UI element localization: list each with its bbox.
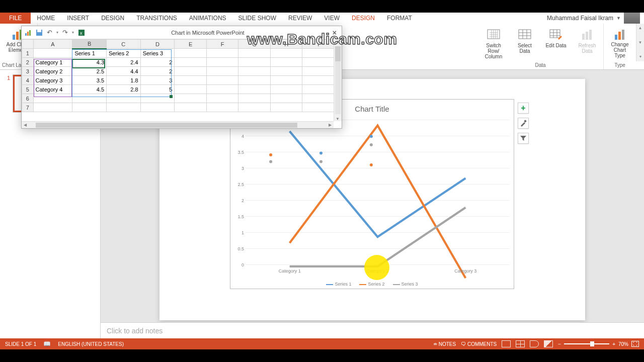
select-all-corner[interactable] (22, 40, 34, 49)
cell[interactable]: 4.4 (107, 67, 141, 76)
redo-icon[interactable]: ↷ (62, 29, 68, 36)
undo-icon[interactable]: ↶ (47, 29, 52, 36)
cell[interactable]: 2.8 (107, 85, 141, 94)
cell[interactable]: 2.5 (72, 67, 107, 76)
account-name[interactable]: Muhammad Faisal Ikram▼ (543, 13, 644, 24)
legend-series-3[interactable]: Series 3 (393, 282, 418, 287)
fit-to-window-button[interactable]: ⛶ (631, 341, 639, 347)
notes-pane[interactable]: Click to add notes (101, 322, 644, 338)
legend-series-2[interactable]: Series 2 (359, 282, 384, 287)
sorter-view-button[interactable] (516, 340, 525, 347)
select-data-button[interactable]: Select Data (513, 28, 537, 54)
zoom-in-button[interactable]: + (612, 341, 615, 347)
letterbox-top (0, 0, 644, 13)
cell[interactable] (33, 49, 72, 58)
col-header-e[interactable]: E (175, 40, 207, 49)
cell[interactable]: Category 3 (33, 76, 72, 85)
tab-slideshow[interactable]: SLIDE SHOW (232, 13, 282, 24)
close-button[interactable]: × (331, 29, 339, 37)
tab-view[interactable]: VIEW (318, 13, 346, 24)
reading-view-button[interactable] (530, 340, 539, 347)
zoom-out-button[interactable]: − (558, 341, 561, 347)
row-header[interactable]: 3 (22, 67, 34, 76)
spellcheck-icon[interactable]: 📖 (43, 340, 51, 347)
tab-review[interactable]: REVIEW (282, 13, 318, 24)
cell[interactable]: 5 (140, 85, 175, 94)
cell[interactable]: 3 (140, 76, 175, 85)
row-header[interactable]: 5 (22, 85, 34, 94)
cell[interactable]: 1.8 (107, 76, 141, 85)
row-header[interactable]: 6 (22, 94, 34, 103)
chart-filters-button[interactable] (518, 133, 529, 144)
col-header-h[interactable]: H (270, 40, 302, 49)
row-header[interactable]: 4 (22, 76, 34, 85)
cell[interactable]: 2.4 (107, 58, 141, 67)
excel-icon[interactable]: x (78, 29, 85, 36)
cell[interactable]: 2 (140, 67, 175, 76)
ribbon-gallery-scroll[interactable]: ▲ ▼ ▾ (636, 24, 644, 61)
tab-format[interactable]: FORMAT (381, 13, 418, 24)
slideshow-view-button[interactable] (544, 340, 553, 347)
zoom-slider[interactable] (564, 343, 609, 344)
svg-rect-7 (586, 32, 588, 40)
scroll-down-icon[interactable]: ▼ (637, 39, 644, 46)
datasheet-window[interactable]: ↶ ▾ ↷ ▾ x Chart in Microsoft PowerPoint … (21, 26, 342, 129)
col-header-b[interactable]: B (72, 40, 107, 49)
cell[interactable]: 4.5 (72, 85, 107, 94)
comments-toggle[interactable]: 🗨 COMMENTS (461, 341, 497, 347)
datasheet-grid[interactable]: A B C D E F G H I 1Series 1Series 2Serie… (22, 39, 334, 121)
col-header-a[interactable]: A (33, 40, 72, 49)
tab-design[interactable]: DESIGN (95, 13, 130, 24)
tab-chart-design[interactable]: DESIGN (346, 13, 381, 24)
cell[interactable]: Series 3 (140, 49, 175, 58)
svg-rect-26 (37, 30, 41, 32)
col-header-g[interactable]: G (238, 40, 271, 49)
status-language[interactable]: ENGLISH (UNITED STATES) (58, 341, 124, 347)
grid-icon (518, 28, 532, 42)
switch-icon (487, 28, 501, 42)
cell[interactable]: 3.5 (72, 76, 107, 85)
cell[interactable]: 2 (140, 58, 175, 67)
scroll-more-icon[interactable]: ▾ (637, 53, 644, 60)
tab-animations[interactable]: ANIMATIONS (183, 13, 232, 24)
col-header-i[interactable]: I (302, 40, 334, 49)
svg-rect-21 (524, 120, 527, 123)
zoom-control[interactable]: − + 70% ⛶ (558, 341, 639, 347)
chart-legend[interactable]: Series 1 Series 2 Series 3 (230, 282, 514, 287)
col-header-d[interactable]: D (140, 40, 175, 49)
datasheet-vscroll[interactable]: ▲ ▼ (334, 39, 342, 121)
svg-point-13 (319, 152, 323, 155)
cell[interactable]: Category 4 (33, 85, 72, 94)
cell[interactable]: 4.3 (72, 58, 107, 67)
tab-transitions[interactable]: TRANSITIONS (130, 13, 183, 24)
row-header[interactable]: 1 (22, 49, 34, 58)
datasheet-hscroll[interactable]: ◀▶ (22, 121, 334, 128)
edit-data-button[interactable]: Edit Data (544, 28, 568, 48)
cell[interactable]: Series 1 (72, 49, 107, 58)
save-icon[interactable] (36, 29, 43, 36)
datasheet-titlebar[interactable]: ↶ ▾ ↷ ▾ x Chart in Microsoft PowerPoint … (22, 26, 342, 39)
scroll-up-icon[interactable]: ▲ (637, 25, 644, 32)
cell[interactable]: Category 1 (33, 58, 72, 67)
svg-point-19 (319, 160, 323, 163)
zoom-level[interactable]: 70% (618, 341, 628, 347)
tab-insert[interactable]: INSERT (61, 13, 95, 24)
cell[interactable]: Category 2 (33, 67, 72, 76)
tab-home[interactable]: HOME (31, 13, 61, 24)
switch-row-column-button[interactable]: Switch Row/ Column (481, 28, 506, 59)
change-chart-type-button[interactable]: Change Chart Type (608, 28, 632, 58)
tab-file[interactable]: FILE (0, 13, 31, 24)
chart-styles-button[interactable] (518, 118, 529, 129)
chart-elements-button[interactable]: + (518, 103, 529, 114)
row-header[interactable]: 2 (22, 58, 34, 67)
col-header-c[interactable]: C (107, 40, 141, 49)
range-handle[interactable] (170, 95, 173, 98)
chart-plot-area[interactable]: 0 0.5 1 1.5 2 2.5 3 3.5 4 4.5 (246, 120, 510, 264)
col-header-f[interactable]: F (206, 40, 238, 49)
notes-toggle[interactable]: ≐ NOTES (433, 341, 456, 347)
cell[interactable]: Series 2 (107, 49, 141, 58)
legend-series-1[interactable]: Series 1 (326, 282, 351, 287)
svg-rect-1 (16, 32, 19, 40)
normal-view-button[interactable] (502, 340, 511, 347)
row-header[interactable]: 7 (22, 103, 34, 112)
